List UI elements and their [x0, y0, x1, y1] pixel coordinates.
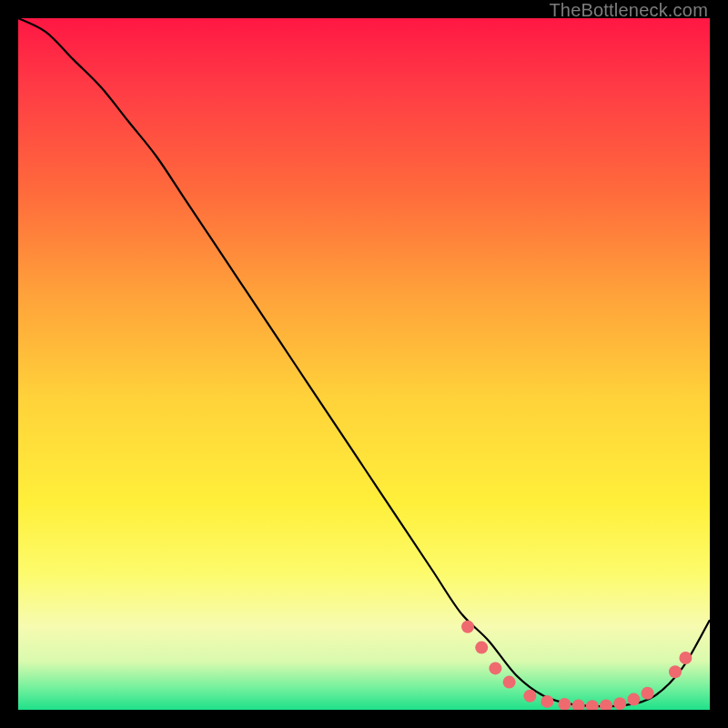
curve-markers	[461, 621, 692, 710]
bottleneck-curve	[18, 18, 710, 706]
data-marker	[627, 693, 640, 706]
data-marker	[600, 699, 612, 710]
data-marker	[461, 621, 474, 633]
data-marker	[613, 697, 626, 710]
data-marker	[489, 662, 501, 674]
data-marker	[503, 676, 516, 689]
data-marker	[572, 699, 585, 710]
data-marker	[669, 665, 682, 678]
data-marker	[586, 700, 599, 710]
data-marker	[541, 695, 553, 708]
plot-area	[18, 18, 710, 710]
data-marker	[475, 642, 488, 654]
data-marker	[523, 690, 536, 703]
curve-svg	[18, 18, 710, 710]
data-marker	[558, 698, 571, 710]
data-marker	[679, 652, 692, 664]
chart-frame: TheBottleneck.com	[0, 0, 728, 728]
data-marker	[642, 687, 654, 700]
